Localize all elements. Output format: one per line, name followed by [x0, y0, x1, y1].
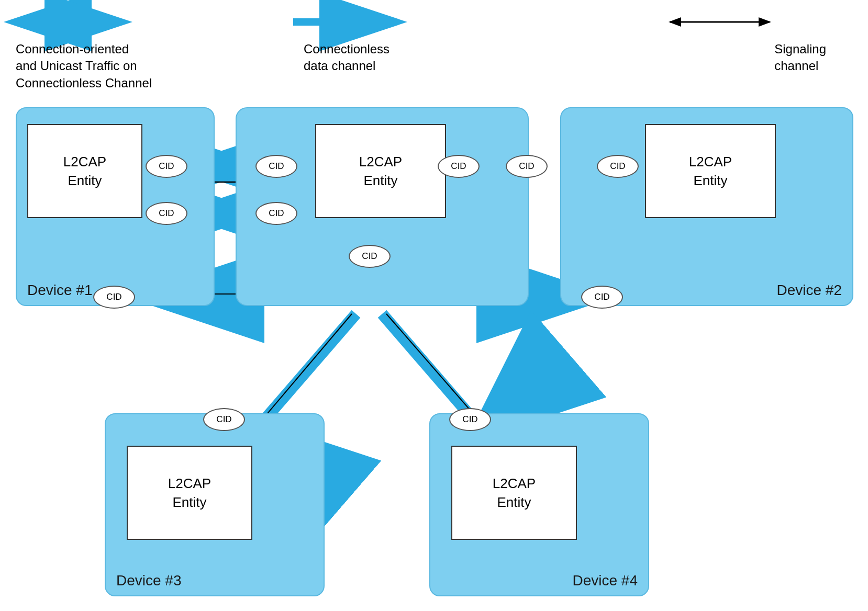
device4-label: Device #4	[572, 572, 638, 589]
device2-label: Device #2	[776, 282, 842, 299]
legend-item-3: Signaling channel	[774, 5, 826, 75]
legend-label-1: Connection-oriented and Unicast Traffic …	[16, 41, 152, 92]
entity1-label: L2CAPEntity	[63, 152, 106, 190]
cid-d1-top: CID	[146, 155, 187, 178]
cid-center-right-top: CID	[438, 155, 480, 178]
cid-d1-bottom: CID	[146, 202, 187, 225]
cid-d3: CID	[203, 408, 245, 431]
entity2-label: L2CAPEntity	[359, 152, 402, 190]
entity1-box: L2CAPEntity	[27, 124, 142, 218]
legend-label-3: Signaling channel	[774, 41, 826, 75]
cid-center-bottom: CID	[349, 245, 391, 268]
svg-line-21	[257, 314, 352, 426]
legend-item-2: Connectionless data channel	[304, 5, 390, 75]
legend-label-2: Connectionless data channel	[304, 41, 390, 75]
legend-item-1: Connection-oriented and Unicast Traffic …	[16, 5, 152, 92]
device3-box: L2CAPEntity Device #3	[105, 413, 325, 596]
entity3-label: L2CAPEntity	[689, 152, 732, 190]
cid-d2-right: CID	[597, 155, 639, 178]
diagram-container: Connection-oriented and Unicast Traffic …	[0, 0, 868, 611]
device2-box: L2CAPEntity Device #2	[560, 107, 853, 306]
entity4-label: L2CAPEntity	[168, 474, 211, 512]
cid-d1-conn: CID	[93, 286, 135, 309]
device1-label: Device #1	[27, 282, 93, 299]
cid-d4: CID	[449, 408, 491, 431]
cid-d2-left: CID	[506, 155, 548, 178]
entity5-label: L2CAPEntity	[493, 474, 536, 512]
device4-box: L2CAPEntity Device #4	[429, 413, 649, 596]
entity3-box: L2CAPEntity	[645, 124, 776, 218]
cid-d2-conn: CID	[581, 286, 623, 309]
cid-center-left-top: CID	[255, 155, 297, 178]
device3-label: Device #3	[116, 572, 182, 589]
entity2-box: L2CAPEntity	[315, 124, 446, 218]
cid-center-left-bottom: CID	[255, 202, 297, 225]
device1-box: L2CAPEntity Device #1	[16, 107, 215, 306]
entity4-box: L2CAPEntity	[127, 446, 252, 540]
svg-line-18	[257, 314, 356, 429]
entity5-box: L2CAPEntity	[451, 446, 577, 540]
